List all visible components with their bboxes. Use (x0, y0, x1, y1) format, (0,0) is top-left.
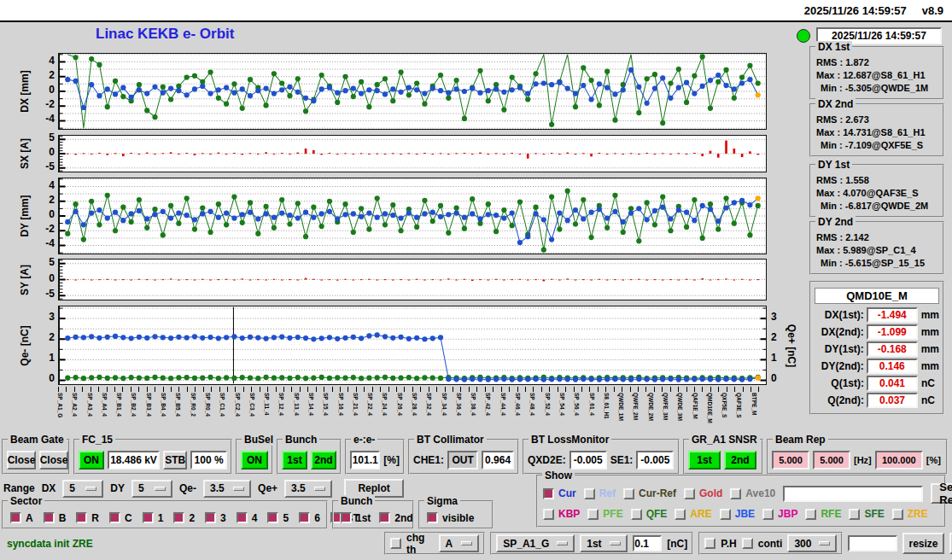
checkbox-icon[interactable] (720, 509, 731, 520)
checkbox-icon[interactable] (267, 512, 278, 523)
monitor-name[interactable]: QMD10E_M (815, 288, 939, 304)
stats-rms-line: RMS : 2.673 (816, 114, 939, 126)
conti-checkbox[interactable] (742, 538, 753, 549)
show-checkbox-ref[interactable]: Ref (584, 487, 616, 499)
checkbox-icon[interactable] (623, 488, 634, 499)
show-checkbox-cur[interactable]: Cur (543, 487, 576, 499)
set-ref-button[interactable]: Set Ref (931, 483, 952, 504)
plot-area[interactable] (58, 135, 767, 172)
checkbox-icon[interactable] (584, 488, 595, 499)
checkbox-label: 1 (158, 512, 164, 524)
y-tick-label: 0 (36, 85, 55, 95)
checkbox-icon[interactable] (543, 488, 554, 499)
ref-file-input[interactable] (783, 486, 923, 502)
beam-rep-group: Beam Rep 5.000 5.000 [Hz] 100.000 [%] (767, 439, 948, 475)
chart-sx[interactable]: SX [A]50-5 (0, 135, 808, 172)
checkbox-icon[interactable] (341, 512, 352, 523)
checkbox-icon[interactable] (299, 512, 310, 523)
checkbox-icon[interactable] (427, 512, 438, 523)
checkbox-icon[interactable] (76, 512, 87, 523)
checkbox-icon[interactable] (730, 488, 741, 499)
checkbox-icon[interactable] (237, 512, 248, 523)
sector-checkbox-a[interactable]: A (10, 512, 33, 524)
chart-dy[interactable]: DY [mm]420-2-4 (0, 178, 808, 254)
show-checkbox-rfe[interactable]: RFE (805, 508, 841, 520)
show-checkbox-qfe[interactable]: QFE (631, 508, 668, 520)
threshold-input[interactable] (633, 535, 662, 551)
show-checkbox-jbp[interactable]: JBP (762, 508, 797, 520)
screenshot-button[interactable] (949, 533, 952, 554)
y-tick-label: -2 (36, 224, 55, 234)
checkbox-icon[interactable] (587, 509, 599, 520)
beam-gate-close-button-2[interactable]: Close (39, 451, 68, 470)
chart-dx[interactable]: DX [mm]420-2-4 (0, 53, 808, 130)
plot-area[interactable] (58, 53, 767, 130)
threshold-unit: [nC] (667, 538, 687, 550)
checkbox-icon[interactable] (684, 488, 695, 499)
plot-area[interactable] (58, 306, 767, 385)
sector-checkbox-5[interactable]: 5 (267, 512, 289, 524)
chart-qe[interactable]: Qe- [nC]Qe+ [nC]33221100 (0, 306, 808, 385)
sector-checkbox-2[interactable]: 2 (173, 512, 195, 524)
show-checkbox-ave10[interactable]: Ave10 (730, 487, 775, 499)
sector-checkbox-3[interactable]: 3 (205, 512, 226, 524)
chart-sy[interactable]: SY [A]50-5 (0, 259, 808, 300)
checkbox-icon[interactable] (44, 512, 55, 523)
bunch-checkbox-1st[interactable]: 1st (341, 512, 371, 524)
bt-lossmonitor-se1-label: SE1: (610, 454, 634, 466)
bpm-label: SP_A1_G (57, 393, 63, 417)
bunch-checkbox-2nd[interactable]: 2nd (379, 512, 412, 524)
checkbox-icon[interactable] (109, 512, 120, 523)
ph-checkbox[interactable] (704, 538, 715, 549)
show-checkbox-kbp[interactable]: KBP (543, 508, 580, 520)
bt-lossmonitor-qxd2e-label: QXD2E: (528, 454, 566, 466)
checkbox-icon[interactable] (762, 509, 774, 520)
sp-select-dropdown[interactable]: SP_A1_G (496, 534, 575, 552)
checkbox-icon[interactable] (543, 509, 554, 520)
chg-th-dropdown[interactable]: A (439, 534, 480, 552)
checkbox-icon[interactable] (379, 512, 390, 523)
show-checkbox-gold[interactable]: Gold (684, 487, 722, 499)
range-dy-dropdown[interactable]: 5 (131, 480, 172, 498)
checkbox-icon[interactable] (10, 512, 21, 523)
y-tick-label: 0 (36, 273, 55, 283)
bunch-select-dropdown[interactable]: 1st (580, 534, 628, 552)
plot-area[interactable] (58, 259, 767, 300)
show-checkbox-sfe[interactable]: SFE (849, 508, 884, 520)
beam-gate-close-button-1[interactable]: Close (7, 451, 36, 470)
checkbox-icon[interactable] (173, 512, 184, 523)
bunch-2nd-button[interactable]: 2nd (311, 451, 336, 470)
show-checkbox-jbe[interactable]: JBE (720, 508, 755, 520)
checkbox-icon[interactable] (143, 512, 154, 523)
show-checkbox-cur-ref[interactable]: Cur-Ref (623, 487, 676, 499)
sector-checkbox-6[interactable]: 6 (299, 512, 320, 524)
range-dx-dropdown[interactable]: 5 (62, 480, 103, 498)
checkbox-icon[interactable] (205, 512, 216, 523)
checkbox-icon[interactable] (675, 509, 686, 520)
checkbox-icon[interactable] (892, 509, 903, 520)
y-tick-label: 0 (36, 209, 55, 219)
beam-gate-group: Beam Gate Close Close (2, 439, 70, 475)
plot-area[interactable] (58, 178, 767, 254)
sector-checkbox-4[interactable]: 4 (237, 512, 258, 524)
range-qem-dropdown[interactable]: 3.5 (203, 480, 251, 498)
sector-checkbox-1[interactable]: 1 (143, 512, 164, 524)
bunch-1st-button[interactable]: 1st (282, 451, 307, 470)
checkbox-icon[interactable] (631, 509, 642, 520)
show-checkbox-zre[interactable]: ZRE (892, 508, 928, 520)
checkbox-icon[interactable] (849, 509, 860, 520)
checkbox-icon[interactable] (805, 509, 816, 520)
points-dropdown[interactable]: 300 (787, 534, 837, 552)
sector-checkbox-b[interactable]: B (44, 512, 67, 524)
extra-input[interactable] (848, 535, 897, 551)
monitor-row-value: 0.146 (867, 359, 918, 374)
show-checkbox-are[interactable]: ARE (675, 508, 711, 520)
checkbox-label: 2 (189, 512, 195, 524)
show-checkbox-pfe[interactable]: PFE (587, 508, 622, 520)
sector-checkbox-c[interactable]: C (109, 512, 132, 524)
chg-th-checkbox[interactable] (390, 538, 401, 549)
range-qep-dropdown[interactable]: 3.5 (284, 480, 332, 498)
sigma-checkbox-visible[interactable]: visible (427, 512, 474, 524)
resize-button[interactable]: resize (902, 533, 943, 554)
sector-checkbox-r[interactable]: R (76, 512, 99, 524)
